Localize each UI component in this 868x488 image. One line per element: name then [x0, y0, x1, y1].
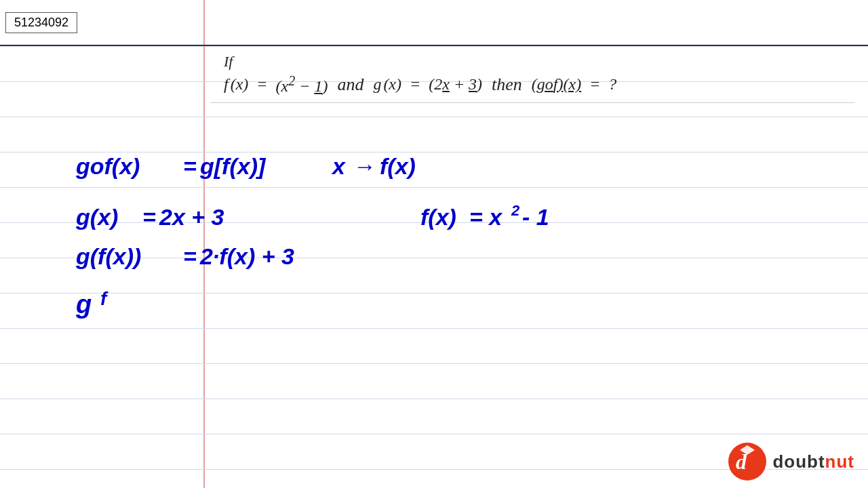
then-label: then — [492, 75, 522, 95]
doubtnut-text: doubtnut — [772, 451, 854, 472]
svg-text:g: g — [75, 290, 92, 319]
g-definition: g(x) = (2x + 3) — [373, 75, 482, 94]
svg-text:f(x): f(x) — [420, 204, 456, 230]
doubtnut-logo: d doubtnut — [728, 442, 854, 481]
question-section: If f(x) = (x2 − 1) and g(x) = (2x + 3) t… — [210, 46, 854, 103]
gof-question: (gof)(x) = ? — [532, 75, 617, 94]
svg-text:g(f(x)): g(f(x)) — [75, 243, 141, 269]
if-label: If — [224, 53, 841, 70]
svg-text:g(x): g(x) — [75, 204, 118, 230]
svg-text:=: = — [142, 204, 156, 230]
svg-text:2: 2 — [511, 202, 520, 219]
svg-text:=: = — [183, 243, 197, 269]
svg-text:= x: = x — [469, 204, 503, 230]
doubtnut-icon: d — [728, 442, 767, 481]
svg-text:- 1: - 1 — [522, 204, 549, 230]
svg-text:f: f — [100, 288, 108, 309]
svg-text:g[f(x)]: g[f(x)] — [199, 153, 267, 179]
f-definition: f(x) = (x2 − 1) — [224, 73, 328, 96]
question-id: 51234092 — [5, 12, 77, 33]
and-label: and — [337, 75, 363, 95]
svg-text:→: → — [353, 153, 376, 179]
svg-text:x: x — [331, 153, 347, 179]
svg-text:f(x): f(x) — [380, 153, 416, 179]
top-bar: 51234092 — [0, 0, 868, 46]
svg-text:=: = — [183, 153, 197, 179]
svg-text:2·f(x) + 3: 2·f(x) + 3 — [199, 243, 294, 269]
svg-text:2x + 3: 2x + 3 — [159, 204, 224, 230]
svg-text:gof(x): gof(x) — [75, 153, 140, 179]
